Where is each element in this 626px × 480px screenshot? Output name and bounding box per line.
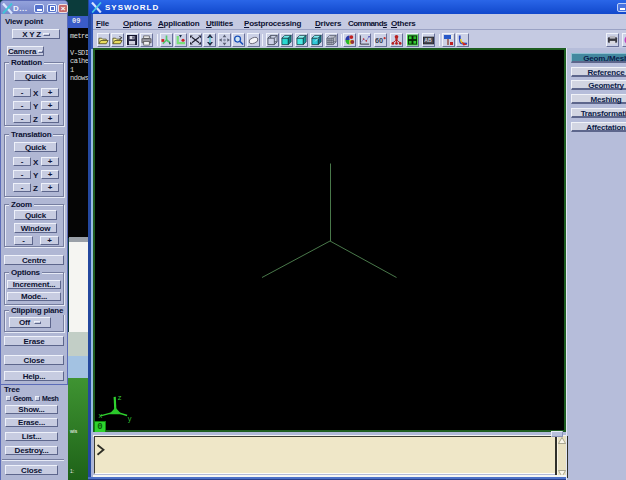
svg-text:x: x (98, 412, 102, 420)
svg-text:z: z (118, 394, 122, 402)
svg-text:60: 60 (375, 36, 383, 45)
svg-text:y: y (128, 415, 132, 423)
svg-text:AB: AB (424, 37, 432, 43)
